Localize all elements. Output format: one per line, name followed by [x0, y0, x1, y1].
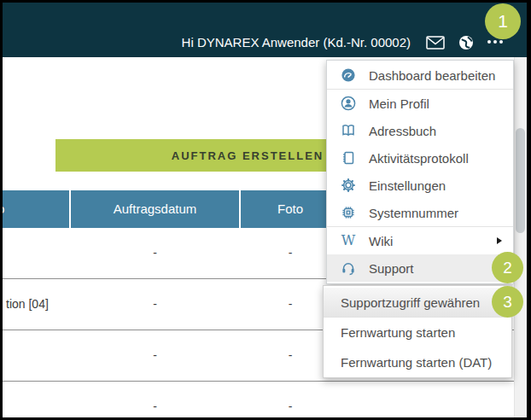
menu-item-label: Aktivitätsprotokoll — [369, 151, 469, 166]
cell-auftragsdatum: - — [70, 228, 240, 278]
dashboard-icon — [340, 67, 357, 84]
menu-item-wiki[interactable]: W Wiki — [327, 227, 513, 254]
submenu-item-supportzugriff-gewaehren[interactable]: Supportzugriff gewähren — [324, 288, 511, 318]
menu-item-label: Mein Profil — [369, 96, 429, 111]
addressbook-icon — [340, 122, 357, 139]
globe-icon[interactable] — [458, 35, 474, 50]
menu-item-support[interactable]: Support — [327, 254, 513, 282]
submenu-arrow-icon — [497, 237, 502, 244]
system-chip-icon — [340, 204, 357, 221]
menu-item-aktivitaetsprotokoll[interactable]: Aktivitätsprotokoll — [327, 144, 513, 172]
menu-item-label: Einstellungen — [369, 178, 446, 193]
settings-gear-icon — [340, 177, 357, 194]
annotation-step-1-badge: 1 — [485, 3, 521, 39]
menu-item-label: Systemnummer — [369, 206, 458, 220]
menu-item-label: Adressbuch — [369, 124, 436, 138]
submenu-item-fernwartung-starten-dat[interactable]: Fernwartung starten (DAT) — [324, 347, 511, 377]
table-row[interactable]: - - — [3, 382, 516, 417]
cell-auftragsdatum: - — [70, 330, 240, 381]
app-window: Hi DYNAREX Anwender (Kd.-Nr. 00002) AUFT… — [0, 0, 531, 420]
menu-item-systemnummer[interactable]: Systemnummer — [327, 199, 513, 226]
submenu-item-fernwartung-starten[interactable]: Fernwartung starten — [324, 318, 511, 347]
wiki-icon: W — [340, 232, 357, 249]
user-greeting: Hi DYNAREX Anwender (Kd.-Nr. 00002) — [182, 35, 411, 50]
menu-item-label: Wiki — [369, 234, 393, 248]
column-header-truncated: o — [3, 190, 15, 228]
cell-foto: - — [240, 382, 341, 417]
column-header-auftragsdatum: Auftragsdatum — [70, 190, 240, 228]
topbar: Hi DYNAREX Anwender (Kd.-Nr. 00002) — [3, 3, 527, 57]
menu-item-mein-profil[interactable]: Mein Profil — [327, 90, 513, 117]
support-submenu: Supportzugriff gewähren Fernwartung star… — [323, 285, 512, 378]
menu-item-label: Dashboard bearbeiten — [369, 68, 495, 83]
activity-log-icon — [340, 149, 357, 166]
cell-auftragsdatum: - — [70, 382, 240, 417]
menu-item-adressbuch[interactable]: Adressbuch — [327, 117, 513, 144]
menu-item-dashboard-bearbeiten[interactable]: Dashboard bearbeiten — [327, 61, 513, 89]
mail-icon[interactable] — [426, 35, 445, 50]
column-divider — [69, 190, 71, 228]
scrollbar-track[interactable] — [514, 57, 527, 417]
user-dropdown-menu: Dashboard bearbeiten Mein Profil Adressb… — [326, 60, 514, 284]
profile-icon — [340, 95, 357, 112]
menu-item-label: Support — [369, 261, 414, 276]
annotation-step-3-badge: 3 — [492, 286, 523, 318]
headset-icon — [340, 260, 357, 277]
scrollbar-thumb[interactable] — [516, 128, 525, 233]
annotation-step-2-badge: 2 — [492, 252, 523, 283]
cell-auftragsdatum: - — [70, 279, 240, 330]
column-divider — [239, 190, 241, 228]
menu-item-einstellungen[interactable]: Einstellungen — [327, 172, 513, 199]
